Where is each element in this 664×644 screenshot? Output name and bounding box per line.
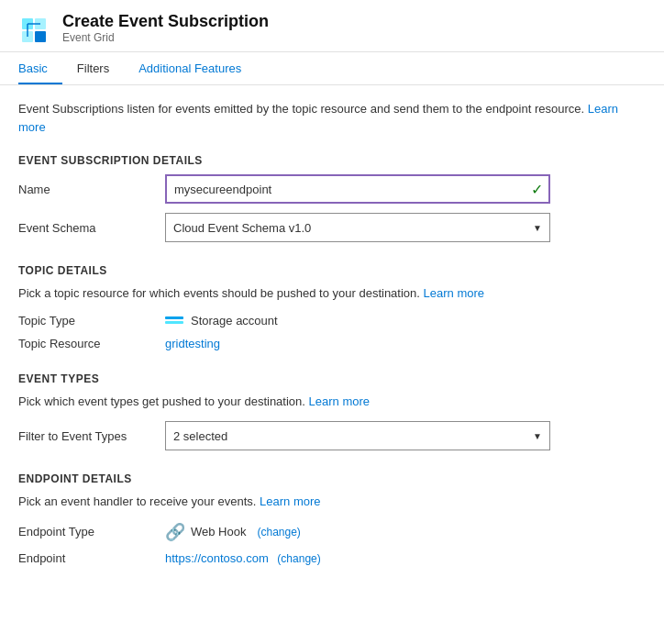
topic-details-title: TOPIC DETAILS [18, 264, 646, 277]
event-types-desc: Pick which event types get pushed to you… [18, 393, 646, 411]
endpoint-change-link[interactable]: (change) [277, 552, 320, 565]
topic-details-desc: Pick a topic resource for which events s… [18, 284, 646, 303]
topic-resource-link[interactable]: gridtesting [165, 337, 220, 350]
endpoint-row: Endpoint https://contoso.com (change) [18, 551, 646, 565]
filter-event-types-control: 2 selected ▼ [165, 421, 550, 450]
endpoint-type-label: Endpoint Type [18, 525, 165, 539]
endpoint-details-title: ENDPOINT DETAILS [18, 472, 646, 485]
topic-resource-control: gridtesting [165, 337, 550, 350]
topic-type-value: Storage account [165, 314, 550, 328]
filter-event-types-row: Filter to Event Types 2 selected ▼ [18, 421, 646, 450]
topic-type-row: Topic Type Storage account [18, 314, 646, 328]
filter-event-types-arrow-icon: ▼ [533, 431, 542, 441]
endpoint-label: Endpoint [18, 551, 165, 565]
topic-resource-row: Topic Resource gridtesting [18, 337, 646, 350]
topic-type-label: Topic Type [18, 314, 165, 328]
name-field-wrapper: ✓ [165, 174, 550, 204]
name-input[interactable] [165, 174, 550, 204]
event-types-section: EVENT TYPES Pick which event types get p… [18, 372, 646, 451]
name-label: Name [18, 183, 165, 196]
tab-additional-features[interactable]: Additional Features [138, 52, 256, 84]
topic-details-section: TOPIC DETAILS Pick a topic resource for … [18, 264, 646, 350]
event-subscription-details-section: EVENT SUBSCRIPTION DETAILS Name ✓ Event … [18, 154, 646, 242]
topic-learn-more-link[interactable]: Learn more [424, 286, 484, 300]
tab-filters[interactable]: Filters [77, 52, 124, 84]
event-grid-icon [18, 11, 51, 44]
tab-basic[interactable]: Basic [18, 52, 62, 84]
endpoint-learn-more-link[interactable]: Learn more [260, 494, 320, 508]
webhook-icon: 🔗 [165, 522, 185, 542]
endpoint-type-control: 🔗 Web Hook (change) [165, 522, 550, 542]
event-schema-label: Event Schema [18, 221, 165, 235]
event-schema-arrow-icon: ▼ [533, 223, 542, 233]
tab-bar: Basic Filters Additional Features [0, 52, 664, 85]
topic-type-text: Storage account [191, 314, 278, 328]
endpoint-control: https://contoso.com (change) [165, 551, 550, 565]
page-title: Create Event Subscription [62, 12, 269, 31]
page-header: Create Event Subscription Event Grid [0, 0, 664, 52]
info-description: Event Subscriptions listen for events em… [18, 100, 646, 136]
header-text-group: Create Event Subscription Event Grid [62, 12, 269, 44]
endpoint-type-change-link[interactable]: (change) [257, 526, 300, 539]
event-schema-control: Cloud Event Schema v1.0 ▼ [165, 213, 550, 242]
topic-resource-label: Topic Resource [18, 337, 165, 350]
name-row: Name ✓ [18, 174, 646, 204]
endpoint-details-section: ENDPOINT DETAILS Pick an event handler t… [18, 472, 646, 565]
endpoint-type-row: Endpoint Type 🔗 Web Hook (change) [18, 522, 646, 542]
main-content: Event Subscriptions listen for events em… [0, 85, 664, 602]
event-types-learn-more-link[interactable]: Learn more [309, 394, 370, 408]
endpoint-url-link[interactable]: https://contoso.com [165, 551, 269, 565]
name-valid-icon: ✓ [531, 181, 543, 198]
event-schema-value: Cloud Event Schema v1.0 [173, 221, 311, 235]
page-subtitle: Event Grid [62, 31, 269, 44]
filter-event-types-label: Filter to Event Types [18, 429, 165, 443]
topic-type-control: Storage account [165, 314, 550, 328]
event-schema-dropdown[interactable]: Cloud Event Schema v1.0 ▼ [165, 213, 550, 242]
event-schema-row: Event Schema Cloud Event Schema v1.0 ▼ [18, 213, 646, 242]
filter-event-types-value: 2 selected [173, 429, 227, 443]
endpoint-details-desc: Pick an event handler to receive your ev… [18, 493, 646, 511]
storage-account-icon [165, 316, 183, 324]
svg-rect-4 [35, 31, 46, 42]
endpoint-type-text: Web Hook [191, 525, 246, 539]
name-input-wrapper: ✓ [165, 174, 550, 204]
event-subscription-details-title: EVENT SUBSCRIPTION DETAILS [18, 154, 646, 167]
filter-event-types-dropdown[interactable]: 2 selected ▼ [165, 421, 550, 450]
endpoint-type-value: 🔗 Web Hook (change) [165, 522, 550, 542]
event-types-title: EVENT TYPES [18, 372, 646, 385]
